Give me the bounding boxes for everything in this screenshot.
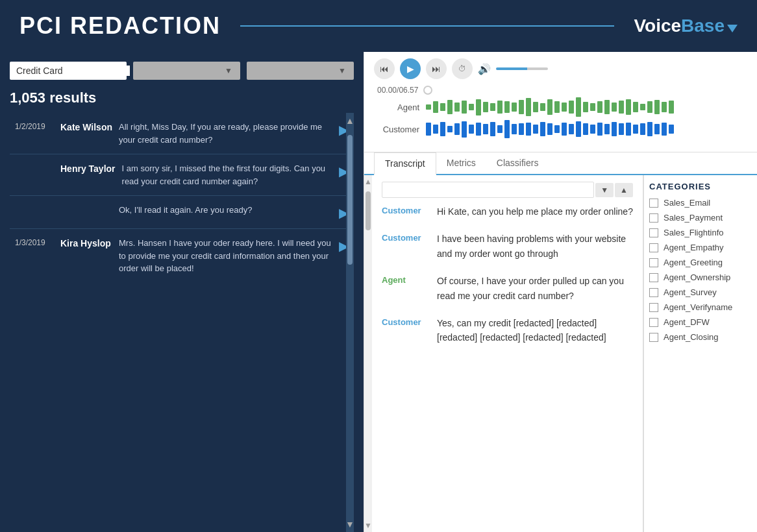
category-checkbox[interactable] [649, 288, 658, 297]
waveform-bar [640, 104, 645, 110]
waveform-bar [583, 102, 588, 112]
audio-player: ⏮ ▶ ⏭ ⏱ 🔊 00.00/06.57 Agent [364, 52, 757, 152]
category-item[interactable]: Sales_Email [649, 198, 752, 208]
scroll-up-icon[interactable]: ▲ [343, 113, 354, 128]
speaker-label: Customer [382, 206, 430, 219]
waveform-bar [433, 125, 438, 134]
time-button[interactable]: ⏱ [452, 58, 473, 79]
agent-track-row: Agent [374, 98, 747, 116]
waveform-bar [604, 124, 610, 134]
skip-back-button[interactable]: ⏮ [374, 58, 395, 79]
waveform-bar [533, 102, 538, 112]
category-item[interactable]: Agent_Survey [649, 287, 752, 297]
tab-metrics[interactable]: Metrics [436, 152, 486, 174]
waveform-bar [619, 123, 624, 135]
waveform-position-indicator[interactable] [423, 86, 432, 95]
category-checkbox[interactable] [649, 213, 658, 223]
result-text: Mrs. Hansen I have your oder ready here.… [119, 237, 332, 275]
category-checkbox[interactable] [649, 243, 658, 252]
category-item[interactable]: Agent_DFW [649, 317, 752, 327]
category-item[interactable]: Sales_Flightinfo [649, 228, 752, 237]
volume-slider[interactable] [496, 67, 548, 70]
transcript-search-down-button[interactable]: ▼ [595, 183, 614, 197]
result-date: 1/3/2019 [15, 238, 54, 247]
waveform-bar [654, 100, 660, 114]
category-checkbox[interactable] [649, 228, 658, 237]
category-item[interactable]: Agent_Ownership [649, 272, 752, 282]
agent-waveform [426, 98, 747, 116]
category-checkbox[interactable] [649, 333, 658, 342]
play-button[interactable]: ▶ [400, 58, 421, 79]
transcript-scroll-thumb[interactable] [366, 191, 371, 230]
category-item[interactable]: Sales_Payment [649, 213, 752, 223]
waveform-bar [497, 125, 503, 133]
waveform-bar [440, 103, 445, 111]
filter-dropdown-1[interactable]: ▼ [133, 62, 240, 80]
waveform-bar [447, 126, 453, 132]
category-checkbox[interactable] [649, 273, 658, 282]
transcript-search-row: ▼ ▲ [382, 182, 633, 198]
transcript-text: Of course, I have your order pulled up c… [437, 274, 633, 303]
search-input[interactable] [16, 66, 130, 76]
logo-triangle-icon [727, 25, 738, 32]
waveform-bar [547, 123, 552, 135]
scrollbar-thumb[interactable] [347, 135, 353, 265]
list-item[interactable]: Henry Taylor I am sorry sir, I missed th… [10, 154, 354, 196]
transcript-text: Hi Kate, can you help me place my order … [437, 204, 633, 219]
skip-forward-button[interactable]: ⏭ [426, 58, 447, 79]
voicebase-logo: Voice Base [634, 16, 738, 36]
waveform-bar [462, 121, 467, 138]
left-panel: X ▼ ▼ 1,053 results 1/2/2019 Kate Wilson… [0, 52, 364, 532]
result-name: Kira Hyslop [60, 238, 112, 248]
waveform-bar [526, 98, 531, 116]
category-item[interactable]: Agent_Empathy [649, 243, 752, 252]
categories-title: CATEGORIES [649, 182, 752, 191]
header: PCI REDACTION Voice Base [0, 0, 757, 52]
category-item[interactable]: Agent_Greeting [649, 258, 752, 267]
category-checkbox[interactable] [649, 258, 658, 267]
search-input-wrapper[interactable]: X [10, 62, 127, 80]
customer-track-label: Customer [374, 125, 419, 134]
scroll-down-icon[interactable]: ▼ [343, 516, 354, 532]
waveform-bar [426, 123, 431, 136]
speaker-label: Agent [382, 275, 430, 303]
waveform-bar [569, 101, 574, 114]
transcript-scroll-track[interactable]: ▲ ▼ [364, 175, 372, 532]
waveform-bar [469, 125, 474, 134]
filter-dropdown-2[interactable]: ▼ [247, 62, 354, 80]
search-bar: X ▼ ▼ [10, 62, 354, 80]
list-item[interactable]: Ok, I'll read it again. Are you ready? ▶ [10, 196, 354, 229]
category-checkbox[interactable] [649, 303, 658, 312]
waveform-bar [519, 123, 524, 135]
scrollbar-track[interactable]: ▲ ▼ [346, 113, 354, 532]
waveform-bar [497, 101, 503, 114]
list-item[interactable]: 1/2/2019 Kate Wilson All right, Miss Day… [10, 113, 354, 154]
customer-waveform [426, 120, 747, 138]
waveform-bar [612, 122, 617, 136]
transcript-search-input[interactable] [382, 182, 594, 198]
logo-base: Base [681, 16, 725, 36]
waveform-bar [619, 101, 624, 114]
category-item[interactable]: Agent_Closing [649, 332, 752, 342]
category-checkbox[interactable] [649, 199, 658, 208]
waveform-bar [633, 102, 638, 112]
list-item[interactable]: 1/3/2019 Kira Hyslop Mrs. Hansen I have … [10, 229, 354, 283]
waveform-bar [504, 101, 510, 113]
waveform-bar [576, 121, 581, 137]
transcript-entry: Customer I have been having problems wit… [382, 232, 633, 261]
waveform-bar [604, 100, 610, 114]
category-label: Sales_Email [664, 198, 710, 208]
volume-icon: 🔊 [478, 63, 491, 75]
result-text: Ok, I'll read it again. Are you ready? [119, 204, 332, 217]
transcript-search-up-button[interactable]: ▲ [615, 183, 633, 197]
player-controls: ⏮ ▶ ⏭ ⏱ 🔊 [374, 58, 747, 79]
transcript-panel: ▼ ▲ Customer Hi Kate, can you help me pl… [372, 175, 643, 532]
result-name: Henry Taylor [60, 163, 116, 174]
customer-track-row: Customer [374, 120, 747, 138]
tab-transcript[interactable]: Transcript [374, 152, 436, 175]
waveform-bar [597, 123, 602, 136]
tab-classifiers[interactable]: Classifiers [486, 152, 549, 174]
category-checkbox[interactable] [649, 318, 658, 327]
category-item[interactable]: Agent_Verifyname [649, 302, 752, 312]
transcript-text: I have been having problems with your we… [437, 232, 633, 261]
